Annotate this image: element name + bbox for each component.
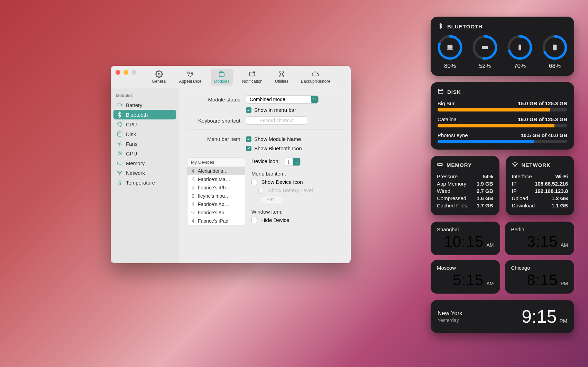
svg-point-10 bbox=[119, 143, 120, 144]
menu-bar-item-label: Menu bar item: bbox=[251, 171, 342, 177]
svg-point-29 bbox=[438, 89, 443, 91]
close-icon[interactable] bbox=[116, 70, 120, 75]
module-status-select[interactable]: Combined mode bbox=[246, 95, 319, 104]
svg-rect-8 bbox=[118, 123, 121, 126]
device-name: Fabrice's iPad bbox=[198, 218, 228, 224]
sidebar-item-label: CPU bbox=[126, 122, 137, 127]
device-name: fleyne's mou… bbox=[198, 193, 230, 199]
tab-notification[interactable]: Notification bbox=[239, 69, 266, 86]
volume-usage: 10.5 GB of 40.0 GB bbox=[521, 132, 567, 138]
device-name: Fabrice's iPh… bbox=[198, 185, 230, 190]
network-widget: NETWORK InterfaceWi-FiIP108.68.52.216IP1… bbox=[506, 156, 575, 215]
svg-rect-19 bbox=[447, 49, 453, 50]
tab-label: Utilities bbox=[275, 79, 288, 84]
wifi-icon bbox=[512, 161, 518, 169]
sidebar-item-fans[interactable]: Fans bbox=[113, 139, 176, 149]
tab-backup[interactable]: Backup/Restore bbox=[298, 69, 333, 86]
bluetooth-device-ring: 70% bbox=[507, 35, 532, 70]
bluetooth-small-icon bbox=[191, 218, 195, 223]
disk-widget: DISK Big Sur15.0 GB of 125.3 GBCatalina1… bbox=[431, 82, 574, 150]
show-device-icon-label: Show Device Icon bbox=[261, 179, 303, 185]
device-row[interactable]: Fabrice's iPh… bbox=[187, 184, 245, 192]
tab-appearance[interactable]: Appearance bbox=[176, 69, 205, 86]
sidebar-item-battery[interactable]: Battery bbox=[113, 100, 176, 110]
minimize-icon[interactable] bbox=[123, 70, 128, 75]
battery-level-style-select: Bar bbox=[262, 196, 283, 203]
show-bluetooth-icon-checkbox[interactable] bbox=[246, 146, 251, 151]
tab-general[interactable]: General bbox=[149, 69, 170, 86]
sidebar-item-label: Memory bbox=[126, 160, 145, 166]
sidebar-item-bluetooth[interactable]: Bluetooth bbox=[113, 110, 176, 119]
hide-device-label: Hide Device bbox=[261, 217, 289, 223]
show-device-icon-checkbox[interactable] bbox=[251, 180, 257, 185]
keyboard-shortcut-label: Keyboard shortcut: bbox=[187, 118, 246, 124]
show-bluetooth-icon-label: Show Bluetooth Icon bbox=[254, 145, 302, 151]
sidebar-item-memory[interactable]: Memory bbox=[113, 158, 176, 168]
phone-icon bbox=[507, 35, 532, 60]
hide-device-checkbox[interactable] bbox=[251, 218, 257, 223]
stat-row: Pressure54% bbox=[437, 173, 493, 179]
svg-rect-30 bbox=[438, 163, 442, 165]
divider bbox=[187, 129, 342, 130]
svg-point-31 bbox=[515, 166, 515, 167]
show-module-name-checkbox[interactable] bbox=[246, 136, 251, 142]
prefs-toolbar: General Appearance Modules Notification … bbox=[136, 69, 346, 86]
record-shortcut-button[interactable]: Record shortcut bbox=[246, 116, 307, 125]
menu-bar-item-label: Menu bar item: bbox=[187, 136, 246, 142]
stat-key: Compressed bbox=[437, 195, 466, 201]
window-controls bbox=[116, 69, 136, 75]
tab-utilities[interactable]: Utilities bbox=[272, 69, 292, 86]
stat-value: 192.168.123.8 bbox=[535, 188, 568, 194]
time-value: 10:15 bbox=[444, 233, 484, 250]
stat-key: IP bbox=[512, 181, 517, 187]
device-icon-picker[interactable]: ᛒ ⌄ bbox=[285, 158, 301, 166]
clock-cell: Berlin3:15AM bbox=[505, 222, 575, 255]
device-icon-label: Device icon: bbox=[251, 158, 280, 164]
device-row[interactable]: Fabrice's Air… bbox=[187, 208, 245, 217]
sidebar-item-cpu[interactable]: CPU bbox=[113, 119, 176, 129]
sidebar-item-disk[interactable]: Disk bbox=[113, 129, 176, 139]
device-row[interactable]: fleyne's mou… bbox=[187, 192, 245, 200]
city-label: Moscow bbox=[437, 265, 494, 271]
time-value: 5:15 bbox=[453, 271, 484, 289]
device-row[interactable]: Alexander's… bbox=[187, 167, 245, 175]
svg-rect-7 bbox=[122, 105, 122, 106]
bluetooth-device-ring: 80% bbox=[438, 35, 462, 70]
stat-key: Upload bbox=[512, 195, 529, 201]
bluetooth-device-ring: 52% bbox=[472, 35, 497, 70]
ampm-label: AM bbox=[561, 242, 568, 248]
chevron-updown-icon bbox=[311, 96, 318, 103]
svg-rect-15 bbox=[192, 194, 194, 197]
device-row[interactable]: Fabrice's iPad bbox=[187, 217, 245, 225]
sidebar-item-gpu[interactable]: GPU bbox=[113, 149, 176, 158]
battery-pct: 70% bbox=[514, 63, 526, 70]
device-row[interactable]: Fabrice's Ma… bbox=[187, 175, 245, 184]
memory-widget: MEMORY Pressure54%App Memory1.9 GBWired2… bbox=[431, 156, 499, 215]
svg-point-9 bbox=[117, 132, 122, 133]
stat-value: 54% bbox=[483, 173, 493, 179]
devices-header: My Devices bbox=[187, 158, 245, 167]
tab-label: Modules bbox=[214, 79, 229, 84]
zoom-icon[interactable] bbox=[131, 70, 136, 75]
sidebar-item-network[interactable]: Network bbox=[113, 168, 176, 178]
svg-rect-6 bbox=[117, 104, 122, 106]
devices-list: My Devices Alexander's… Fabrice's Ma… Fa… bbox=[187, 158, 245, 225]
stat-value: 1.7 GB bbox=[477, 203, 493, 208]
city-label: New York bbox=[438, 310, 462, 317]
show-in-menubar-checkbox[interactable] bbox=[246, 107, 251, 113]
tab-modules[interactable]: Modules bbox=[211, 69, 232, 86]
mouse-icon bbox=[191, 194, 195, 198]
ampm-label: AM bbox=[487, 281, 494, 286]
ampm-label: PM bbox=[561, 281, 568, 286]
sidebar-item-temperature[interactable]: Temperature bbox=[113, 178, 176, 187]
stat-row: App Memory1.9 GB bbox=[437, 181, 493, 187]
tab-label: Notification bbox=[242, 79, 263, 84]
device-row[interactable]: Fabrice's Ap… bbox=[187, 200, 245, 208]
stat-key: App Memory bbox=[437, 181, 466, 187]
gear-icon bbox=[155, 70, 163, 78]
sidebar-item-label: Bluetooth bbox=[126, 112, 148, 118]
device-options: Device icon: ᛒ ⌄ Menu bar item: Show Dev… bbox=[251, 158, 342, 225]
mask-icon bbox=[186, 70, 194, 78]
time-value: 8:15 bbox=[527, 271, 558, 289]
memory-icon bbox=[117, 160, 123, 166]
